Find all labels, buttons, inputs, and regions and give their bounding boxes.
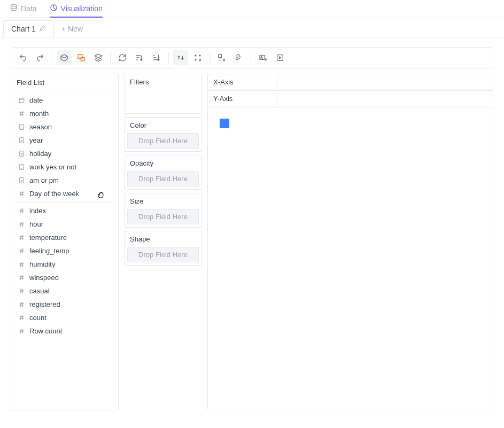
field-item[interactable]: am or pm — [17, 174, 113, 187]
panels: Field List datemonthseasonyearholidaywor… — [11, 74, 493, 410]
field-item[interactable]: winspeed — [17, 271, 113, 284]
filters-block: Filters — [124, 74, 202, 114]
field-item[interactable]: year — [17, 134, 113, 147]
sort-desc-button[interactable] — [149, 50, 164, 65]
field-item[interactable]: hour — [17, 217, 113, 231]
field-item[interactable]: temperature — [17, 231, 113, 244]
field-label: month — [29, 110, 49, 118]
chart-icon — [50, 4, 58, 13]
chart-tab-new[interactable]: + New — [54, 20, 90, 37]
image-settings-button[interactable] — [255, 50, 270, 65]
redo-button[interactable] — [33, 50, 48, 65]
field-list-title: Field List — [11, 74, 118, 91]
toolbar-separator — [52, 52, 52, 64]
opacity-drop-zone[interactable]: Drop Field Here — [127, 171, 199, 186]
top-tabs: Data Visualization — [0, 0, 504, 18]
coord-settings-button[interactable] — [214, 50, 229, 65]
svg-rect-2 — [78, 55, 82, 59]
toolbar-separator — [251, 52, 251, 64]
field-list-panel: Field List datemonthseasonyearholidaywor… — [11, 74, 119, 410]
hash-icon — [18, 328, 25, 335]
field-item[interactable]: count — [17, 311, 113, 324]
refresh-button[interactable] — [115, 50, 130, 65]
y-axis-drop-zone[interactable] — [277, 91, 493, 107]
svg-rect-12 — [19, 98, 24, 103]
tab-visualization[interactable]: Visualization — [50, 0, 103, 18]
field-item[interactable]: casual — [17, 284, 113, 298]
field-label: Day of the week — [29, 190, 79, 198]
x-axis-drop-zone[interactable] — [277, 74, 493, 90]
field-item[interactable]: humidity — [17, 258, 113, 271]
hash-icon — [18, 234, 25, 242]
field-label: work yes or not — [29, 163, 76, 171]
hash-icon — [18, 301, 25, 308]
aggregate-button[interactable] — [57, 50, 72, 65]
filters-title: Filters — [125, 74, 201, 90]
opacity-block: Opacity Drop Field Here — [124, 155, 202, 190]
field-label: casual — [29, 287, 50, 295]
color-drop-zone[interactable]: Drop Field Here — [127, 133, 199, 149]
hash-icon — [18, 190, 25, 198]
field-label: registered — [29, 300, 60, 308]
field-item[interactable]: holiday — [17, 147, 113, 160]
size-drop-zone[interactable]: Drop Field Here — [127, 209, 199, 224]
hash-icon — [18, 314, 25, 322]
edit-icon[interactable] — [39, 25, 46, 33]
hash-icon — [18, 207, 25, 215]
field-divider — [17, 202, 113, 203]
shape-drop-zone[interactable]: Drop Field Here — [127, 247, 199, 262]
stack-button[interactable] — [91, 50, 106, 65]
y-axis-row: Y-Axis — [207, 90, 493, 107]
field-label: temperature — [29, 234, 67, 242]
text-icon — [18, 164, 25, 171]
field-label: count — [29, 314, 46, 322]
tab-data[interactable]: Data — [10, 0, 37, 18]
field-item[interactable]: registered — [17, 298, 113, 311]
field-label: feeling_temp — [29, 247, 69, 255]
shape-block: Shape Drop Field Here — [124, 231, 202, 266]
field-label: winspeed — [29, 274, 59, 282]
field-item[interactable]: month — [17, 107, 113, 120]
chart-tab-1[interactable]: Chart 1 — [3, 20, 54, 37]
field-item[interactable]: Row count — [17, 324, 113, 338]
text-icon — [18, 137, 25, 144]
x-axis-row: X-Axis — [207, 74, 493, 91]
mark-preview — [220, 119, 229, 128]
hash-icon — [18, 261, 25, 268]
field-item[interactable]: season — [17, 120, 113, 134]
field-item[interactable]: Day of the week — [17, 187, 113, 200]
field-item[interactable]: index — [17, 204, 113, 217]
shape-title: Shape — [125, 231, 201, 247]
encoding-column: Filters Color Drop Field Here Opacity Dr… — [124, 74, 202, 266]
opacity-title: Opacity — [125, 155, 201, 171]
mark-type-button[interactable] — [74, 50, 89, 65]
svg-point-10 — [265, 59, 267, 60]
field-label: year — [29, 136, 43, 144]
hash-icon — [18, 221, 25, 228]
hash-icon — [18, 287, 25, 295]
transpose-button[interactable] — [173, 50, 188, 65]
field-item[interactable]: date — [17, 94, 113, 107]
svg-point-4 — [199, 59, 200, 60]
chart-area: X-Axis Y-Axis — [207, 74, 493, 409]
undo-button[interactable] — [15, 50, 30, 65]
svg-point-0 — [11, 4, 17, 6]
field-label: index — [29, 207, 46, 215]
size-title: Size — [125, 193, 201, 209]
config-button[interactable] — [231, 50, 246, 65]
chart-tabs: Chart 1 + New — [0, 18, 504, 37]
sort-asc-button[interactable] — [132, 50, 147, 65]
toolbar-separator — [110, 52, 111, 64]
field-label: season — [29, 123, 52, 131]
export-button[interactable] — [273, 50, 288, 65]
tab-data-label: Data — [21, 4, 37, 13]
workspace: Field List datemonthseasonyearholidaywor… — [0, 37, 504, 420]
chart-canvas[interactable] — [207, 107, 493, 409]
toolbar-separator — [210, 52, 210, 64]
field-item[interactable]: work yes or not — [17, 160, 113, 174]
x-axis-label: X-Axis — [208, 74, 277, 90]
layout-settings-button[interactable] — [190, 50, 205, 65]
field-item[interactable]: feeling_temp — [17, 244, 113, 258]
hash-icon — [18, 247, 25, 255]
filters-drop-zone[interactable] — [125, 90, 201, 113]
